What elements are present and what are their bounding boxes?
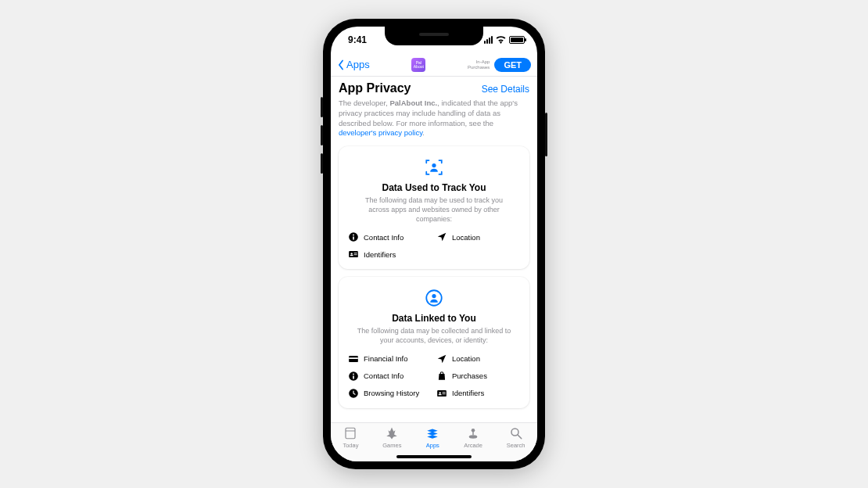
- track-card: Data Used to Track You The following dat…: [339, 146, 529, 269]
- svg-rect-11: [349, 357, 358, 359]
- today-icon: [343, 426, 357, 440]
- content-area: App Privacy See Details The developer, P…: [331, 77, 537, 422]
- svg-point-2: [353, 235, 354, 236]
- svg-line-26: [518, 435, 522, 439]
- svg-point-0: [432, 163, 436, 167]
- svg-point-13: [353, 373, 354, 375]
- developer-name: PalAbout Inc.: [390, 99, 438, 107]
- privacy-policy-link[interactable]: developer's privacy policy: [339, 128, 422, 137]
- app-icon[interactable]: Pal About: [411, 58, 425, 72]
- apps-icon: [425, 426, 439, 440]
- history-icon: [348, 388, 359, 399]
- svg-rect-18: [443, 392, 446, 393]
- info-icon: [348, 231, 359, 242]
- svg-point-24: [469, 435, 478, 439]
- linked-icon: [348, 288, 520, 308]
- track-icon: [348, 157, 520, 178]
- tab-today[interactable]: Today: [343, 426, 358, 461]
- page-title: App Privacy: [339, 81, 411, 95]
- svg-rect-20: [346, 428, 355, 439]
- track-card-title: Data Used to Track You: [348, 182, 520, 193]
- device-notch: [385, 27, 483, 45]
- back-button[interactable]: Apps: [337, 59, 370, 70]
- data-item-contact-info: Contact Info: [348, 231, 432, 242]
- svg-rect-16: [437, 390, 447, 396]
- data-item-location: Location: [436, 353, 520, 364]
- tab-search[interactable]: Search: [507, 426, 525, 461]
- svg-rect-3: [353, 236, 354, 240]
- svg-point-25: [511, 429, 518, 436]
- screen: 9:41 Apps Pal About In-App Purchases: [331, 27, 537, 461]
- financial-icon: [348, 353, 359, 364]
- data-item-purchases: Purchases: [436, 371, 520, 382]
- svg-rect-6: [354, 253, 357, 254]
- search-icon: [509, 426, 523, 440]
- data-item-location: Location: [436, 231, 520, 242]
- nav-right: In-App Purchases GET: [468, 58, 531, 72]
- linked-card-desc: The following data may be collected and …: [348, 327, 520, 345]
- identifiers-icon: [348, 249, 359, 260]
- wifi-icon: [496, 36, 506, 44]
- phone-frame: 9:41 Apps Pal About In-App Purchases: [323, 19, 545, 469]
- data-item-identifiers: Identifiers: [348, 249, 432, 260]
- linked-data-grid: Financial Info Location Contact Info Pur…: [348, 353, 520, 399]
- purchases-icon: [436, 371, 447, 382]
- in-app-purchases-label: In-App Purchases: [468, 59, 490, 70]
- status-indicators: [484, 36, 525, 44]
- data-item-identifiers: Identifiers: [436, 388, 520, 399]
- svg-rect-4: [349, 251, 358, 257]
- see-details-link[interactable]: See Details: [482, 84, 529, 95]
- svg-rect-23: [472, 432, 474, 436]
- svg-point-9: [432, 294, 436, 298]
- track-data-grid: Contact Info Location Identifiers: [348, 231, 520, 260]
- svg-point-5: [351, 253, 353, 255]
- data-item-contact-info: Contact Info: [348, 371, 432, 382]
- back-label: Apps: [346, 59, 370, 70]
- info-icon: [348, 371, 359, 382]
- identifiers-icon: [436, 388, 447, 399]
- svg-rect-7: [354, 255, 357, 256]
- svg-point-17: [439, 392, 441, 393]
- chevron-left-icon: [337, 59, 345, 70]
- home-indicator[interactable]: [396, 455, 472, 458]
- heading-row: App Privacy See Details: [339, 81, 529, 95]
- svg-rect-19: [443, 393, 446, 394]
- svg-rect-14: [353, 375, 354, 379]
- cellular-icon: [484, 36, 493, 44]
- battery-icon: [509, 36, 525, 44]
- navigation-bar: Apps Pal About In-App Purchases GET: [331, 53, 537, 77]
- games-icon: [385, 426, 399, 440]
- location-icon: [436, 353, 447, 364]
- linked-card: Data Linked to You The following data ma…: [339, 277, 529, 407]
- intro-text: The developer, PalAbout Inc., indicated …: [339, 99, 529, 138]
- data-item-financial: Financial Info: [348, 353, 432, 364]
- data-item-browsing-history: Browsing History: [348, 388, 432, 399]
- location-icon: [436, 231, 447, 242]
- get-button[interactable]: GET: [494, 58, 531, 72]
- track-card-desc: The following data may be used to track …: [348, 196, 520, 224]
- status-time: 9:41: [348, 34, 367, 45]
- linked-card-title: Data Linked to You: [348, 313, 520, 324]
- arcade-icon: [466, 426, 480, 440]
